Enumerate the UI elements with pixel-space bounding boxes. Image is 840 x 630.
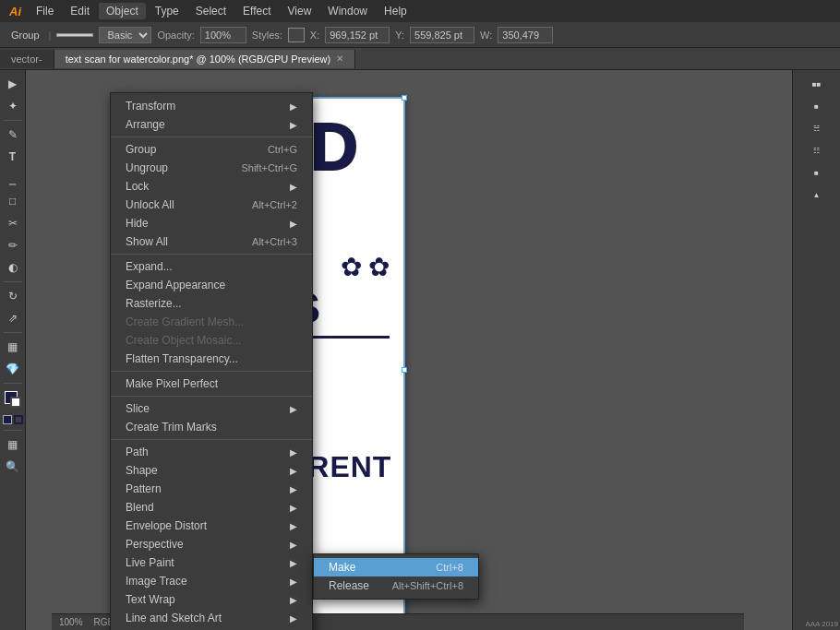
tool-artboard[interactable]: ▦ [3,434,23,455]
arrow-icon-transform: ▶ [290,101,297,112]
menu-item-slice[interactable]: Slice ▶ [111,399,312,418]
toolbar-divider: | [49,30,52,41]
menu-item-ungroup[interactable]: Ungroup Shift+Ctrl+G [111,159,312,177]
compound-path-submenu: Make Ctrl+8 Release Alt+Shift+Ctrl+8 [313,553,479,600]
menu-item-line-sketch[interactable]: Line and Sketch Art ▶ [111,609,312,627]
panel-icon-3[interactable]: ☵ [798,118,835,138]
toolbar-group-label: Group [7,28,43,42]
toolbar-brush-select[interactable]: Basic [99,27,151,43]
menu-effect[interactable]: Effect [235,3,278,19]
menu-item-shape[interactable]: Shape ▶ [111,461,312,480]
menu-item-blend[interactable]: Blend ▶ [111,498,312,517]
toolbar-sep-1 [4,120,22,121]
panel-icon-5[interactable]: ■ [798,162,835,183]
menu-item-gradient-mesh: Create Gradient Mesh... [111,313,312,331]
menu-help[interactable]: Help [377,3,414,19]
menu-item-compound-release[interactable]: Release Alt+Shift+Ctrl+8 [314,577,478,595]
menu-item-compound-make[interactable]: Make Ctrl+8 [314,558,478,577]
arrow-icon-perspective: ▶ [290,540,297,550]
menu-object[interactable]: Object [99,3,146,19]
tool-pencil[interactable]: ✏ [3,235,23,256]
panel-icon-2[interactable]: ■ [798,96,835,116]
tool-direct-selection[interactable]: ✦ [3,96,23,116]
menu-file[interactable]: File [29,3,61,19]
toolbar-w-label: W: [480,30,492,41]
menu-item-pixel-perfect[interactable]: Make Pixel Perfect [111,374,312,393]
tool-fill-box[interactable] [3,415,12,424]
tool-paintbrush[interactable]: ✂ [3,213,23,233]
menu-item-live-paint[interactable]: Live Paint ▶ [111,553,312,572]
menu-item-trim-marks[interactable]: Create Trim Marks [111,418,312,436]
tool-eyedropper[interactable]: 💎 [3,359,23,379]
toolbar-opacity-label: Opacity: [157,30,194,41]
tool-rotate[interactable]: ↻ [3,286,23,306]
menu-item-object-mosaic: Create Object Mosaic... [111,331,312,350]
status-zoom: 100% [59,617,83,627]
panel-icon-4[interactable]: ☷ [798,140,835,160]
toolbar-x-input[interactable] [325,27,390,43]
left-toolbar: ▶ ✦ ✎ T ⎯ □ ✂ ✏ ◐ ↻ ⇗ ▦ 💎 ▦ 🔍 [0,70,26,630]
menu-item-arrange[interactable]: Arrange ▶ [111,115,312,134]
menu-item-pattern[interactable]: Pattern ▶ [111,480,312,498]
menu-type[interactable]: Type [148,3,186,19]
menu-item-flatten[interactable]: Flatten Transparency... [111,350,312,368]
canvas-area[interactable]: GOOD design is ✿ ✿ ✿ ✿ OBVIOS Great is T… [26,70,792,630]
arrow-icon-shape: ▶ [290,466,297,476]
menu-item-image-trace[interactable]: Image Trace ▶ [111,572,312,590]
arrow-icon-text-wrap: ▶ [290,595,297,605]
tool-selection[interactable]: ▶ [3,74,23,94]
panel-icon-1[interactable]: ■■ [798,74,835,94]
menu-item-show-all[interactable]: Show All Alt+Ctrl+3 [111,232,312,251]
menu-window[interactable]: Window [320,3,375,19]
toolbar-opacity-input[interactable] [200,27,246,43]
tool-fill-stroke[interactable] [3,389,23,410]
toolbar-x-label: X: [310,30,319,41]
toolbar-sep-4 [4,383,22,384]
menu-item-transform[interactable]: Transform ▶ [111,97,312,115]
menu-item-perspective[interactable]: Perspective ▶ [111,535,312,553]
tool-stroke-box[interactable] [14,415,23,424]
object-menu-dropdown: Transform ▶ Arrange ▶ Group Ctrl+G Ungro… [110,92,313,630]
menu-sep-2 [111,254,312,255]
menu-item-group[interactable]: Group Ctrl+G [111,140,312,159]
watermark: AAA 2019 [805,620,838,628]
arrow-icon-blend: ▶ [290,503,297,513]
toolbar-styles-preview [288,28,305,42]
panel-icon-6[interactable]: ▲ [798,184,835,205]
tab-vector-label: vector- [11,53,42,65]
arrow-icon-line-sketch: ▶ [290,613,297,624]
menu-select[interactable]: Select [188,3,234,19]
toolbar-w-input[interactable] [498,27,553,43]
arrow-icon-image-trace: ▶ [290,577,297,587]
toolbar-y-input[interactable] [410,27,474,43]
menu-item-unlock-all[interactable]: Unlock All Alt+Ctrl+2 [111,196,312,214]
menu-edit[interactable]: Edit [63,3,97,19]
menu-sep-5 [111,439,312,440]
tab-close-icon[interactable]: ✕ [336,53,343,64]
menu-item-rasterize[interactable]: Rasterize... [111,294,312,313]
menu-bar: Ai File Edit Object Type Select Effect V… [0,0,840,22]
tool-line[interactable]: ⎯ [3,169,23,189]
tab-vector[interactable]: vector- [0,50,54,68]
menu-view[interactable]: View [281,3,319,19]
menu-item-expand[interactable]: Expand... [111,257,312,276]
tool-shape[interactable]: □ [3,191,23,211]
tab-watercolor[interactable]: text scan for watercolor.png* @ 100% (RG… [54,50,356,68]
menu-item-hide[interactable]: Hide ▶ [111,214,312,232]
tool-type[interactable]: T [3,147,23,167]
tool-gradient[interactable]: ▦ [3,337,23,357]
arrow-icon-arrange: ▶ [290,120,297,130]
tool-eraser[interactable]: ◐ [3,257,23,278]
menu-item-path[interactable]: Path ▶ [111,443,312,461]
menu-item-text-wrap[interactable]: Text Wrap ▶ [111,590,312,609]
tool-scale[interactable]: ⇗ [3,308,23,328]
menu-item-envelope-distort[interactable]: Envelope Distort ▶ [111,517,312,535]
menu-item-lock[interactable]: Lock ▶ [111,177,312,196]
tool-zoom[interactable]: 🔍 [3,457,23,477]
tool-pen[interactable]: ✎ [3,125,23,145]
toolbar-sep-2 [4,281,22,282]
canvas-flower-right: ✿ ✿ [341,252,390,282]
arrow-icon-path: ▶ [290,447,297,458]
menu-item-expand-appearance[interactable]: Expand Appearance [111,276,312,294]
arrow-icon-hide: ▶ [290,219,297,229]
